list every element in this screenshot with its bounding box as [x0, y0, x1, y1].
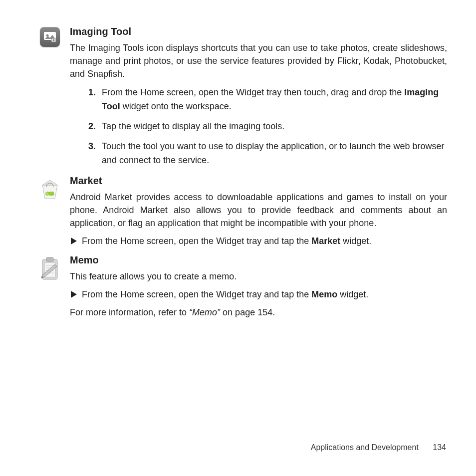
- step-number: 3.: [80, 139, 102, 167]
- step-text: Touch the tool you want to use to displa…: [102, 139, 447, 167]
- svg-point-6: [46, 193, 47, 194]
- svg-rect-10: [46, 257, 53, 261]
- footer-page-number: 134: [433, 443, 446, 452]
- step-text: From the Home screen, open the Widget tr…: [102, 85, 447, 113]
- memo-icon: [30, 254, 70, 281]
- heading-market: Market: [70, 175, 447, 187]
- svg-point-3: [53, 39, 55, 41]
- steps-imaging-tool: 1. From the Home screen, open the Widget…: [70, 85, 447, 167]
- svg-rect-5: [49, 192, 54, 196]
- section-imaging-tool: Imaging Tool The Imaging Tools icon disp…: [30, 26, 451, 173]
- memo-reference: For more information, refer to “Memo” on…: [70, 306, 447, 319]
- heading-memo: Memo: [70, 254, 447, 266]
- triangle-bullet-icon: [71, 291, 77, 298]
- bullet-memo: From the Home screen, open the Widget tr…: [70, 288, 447, 301]
- manual-page: Imaging Tool The Imaging Tools icon disp…: [0, 0, 476, 319]
- desc-memo: This feature allows you to create a memo…: [70, 270, 447, 283]
- desc-imaging-tool: The Imaging Tools icon displays shortcut…: [70, 41, 447, 80]
- step-number: 2.: [80, 119, 102, 133]
- svg-point-7: [47, 194, 48, 195]
- step-text: Tap the widget to display all the imagin…: [102, 119, 447, 133]
- svg-point-4: [45, 192, 49, 196]
- section-memo: Memo This feature allows you to create a…: [30, 254, 451, 319]
- imaging-tool-icon: [30, 26, 70, 47]
- step-number: 1.: [80, 85, 102, 113]
- bullet-market: From the Home screen, open the Widget tr…: [70, 235, 447, 247]
- page-footer: Applications and Development 134: [311, 443, 446, 452]
- desc-market: Android Market provides access to downlo…: [70, 191, 447, 230]
- section-market: Market Android Market provides access to…: [30, 175, 451, 252]
- footer-section-name: Applications and Development: [311, 443, 419, 452]
- triangle-bullet-icon: [71, 238, 77, 244]
- market-icon: [30, 175, 70, 201]
- heading-imaging-tool: Imaging Tool: [70, 26, 447, 37]
